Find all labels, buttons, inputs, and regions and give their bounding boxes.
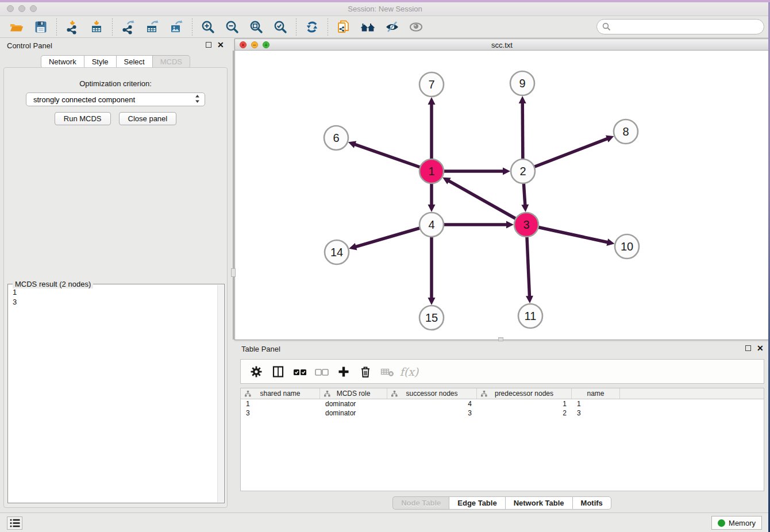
node-table[interactable]: shared nameMCDS rolesuccessor nodesprede… [240, 388, 764, 491]
select-all-rows-button[interactable] [290, 363, 310, 380]
graph-edge-4-14[interactable] [349, 225, 432, 250]
delete-column-button[interactable] [356, 363, 375, 380]
cell-shared-name[interactable]: 3 [241, 408, 320, 418]
float-panel-icon[interactable] [206, 42, 211, 48]
save-session-button[interactable] [30, 18, 51, 36]
cell-successor-nodes[interactable]: 4 [387, 399, 477, 408]
graph-node-4[interactable]: 4 [419, 213, 444, 237]
zoom-fit-button[interactable] [246, 18, 267, 36]
tab-mcds[interactable]: MCDS [152, 55, 190, 68]
graph-edge-3-10[interactable] [526, 225, 615, 246]
graph-node-9[interactable]: 9 [510, 71, 534, 95]
search-input[interactable] [614, 22, 759, 31]
refresh-button[interactable] [302, 18, 322, 36]
cell-shared-name[interactable]: 1 [241, 399, 320, 408]
memory-button[interactable]: Memory [711, 516, 762, 530]
import-table-button[interactable] [86, 18, 107, 36]
cell-predecessor-nodes[interactable]: 1 [477, 399, 572, 408]
tab-motifs[interactable]: Motifs [572, 496, 611, 510]
delete-table-button[interactable] [378, 363, 397, 380]
search-box[interactable] [596, 19, 764, 34]
svg-text:10: 10 [621, 240, 633, 253]
table-row[interactable]: 3dominator323 [241, 408, 764, 418]
cell-MCDS-role[interactable]: dominator [320, 399, 387, 408]
zoom-selected-icon [273, 20, 288, 34]
graph-node-2[interactable]: 2 [511, 159, 535, 183]
column-label: successor nodes [406, 390, 457, 398]
import-network-button[interactable] [62, 18, 83, 36]
criterion-dropdown[interactable]: strongly connected component [26, 92, 205, 106]
function-builder-button[interactable]: f(x) [399, 363, 419, 380]
graph-node-1[interactable]: 1 [419, 159, 444, 183]
graph-node-3[interactable]: 3 [514, 213, 538, 237]
tab-edge-table[interactable]: Edge Table [449, 496, 505, 510]
tab-node-table[interactable]: Node Table [392, 496, 449, 510]
network-vertical-scroll-thumb[interactable] [231, 268, 236, 277]
graph-edge-1-6[interactable] [348, 141, 432, 171]
toolbar-separator [192, 18, 192, 36]
column-header-successor-nodes[interactable]: successor nodes [387, 388, 477, 399]
export-image-button[interactable] [166, 18, 187, 36]
tab-network-table[interactable]: Network Table [505, 496, 572, 510]
zoom-out-button[interactable] [222, 18, 242, 36]
zoom-in-button[interactable] [198, 18, 218, 36]
graph-edge-2-8[interactable] [523, 136, 614, 171]
table-settings-button[interactable] [247, 363, 266, 380]
control-panel-title: Control Panel [7, 41, 52, 50]
graph-node-11[interactable]: 11 [518, 304, 542, 328]
cell-predecessor-nodes[interactable]: 2 [477, 408, 572, 418]
checked-boxes-icon [292, 365, 307, 379]
column-header-shared-name[interactable]: shared name [241, 388, 320, 399]
graph-node-6[interactable]: 6 [324, 126, 348, 150]
run-mcds-button[interactable]: Run MCDS [55, 112, 111, 125]
graph-edge-3-1[interactable] [442, 178, 526, 225]
clone-network-button[interactable] [333, 18, 354, 36]
create-column-button[interactable] [334, 363, 353, 380]
titlebar: Session: New Session [0, 2, 770, 16]
open-folder-icon [9, 20, 24, 34]
cell-MCDS-role[interactable]: dominator [320, 408, 387, 418]
close-panel-button[interactable]: Close panel [119, 112, 177, 125]
graph-node-7[interactable]: 7 [419, 72, 444, 97]
graph-node-15[interactable]: 15 [419, 306, 444, 330]
open-session-button[interactable] [6, 18, 27, 36]
column-header-MCDS-role[interactable]: MCDS role [320, 388, 387, 399]
show-column-button[interactable] [268, 363, 288, 380]
graph-node-10[interactable]: 10 [615, 234, 639, 259]
first-neighbors-button[interactable] [357, 18, 378, 36]
float-table-panel-icon[interactable] [745, 345, 751, 351]
tab-select[interactable]: Select [116, 55, 152, 68]
tab-network[interactable]: Network [41, 55, 84, 68]
export-table-button[interactable] [142, 18, 163, 36]
graph-node-8[interactable]: 8 [614, 119, 638, 144]
graph-node-14[interactable]: 14 [325, 240, 349, 264]
network-horizontal-scroll-thumb[interactable] [498, 337, 503, 341]
mcds-panel: Optimization criterion: strongly connect… [3, 67, 228, 508]
network-window-titlebar[interactable]: × − + scc.txt [235, 39, 769, 51]
deselect-all-rows-button[interactable] [312, 363, 332, 380]
network-vertical-scrollbar[interactable] [233, 51, 234, 340]
zoom-fit-icon [249, 20, 264, 34]
cell-successor-nodes[interactable]: 3 [387, 408, 477, 418]
refresh-icon [305, 20, 319, 34]
zoom-selected-button[interactable] [270, 18, 291, 36]
column-header-name[interactable]: name [572, 388, 620, 399]
toolbar-separator [56, 18, 57, 36]
svg-text:1: 1 [428, 165, 434, 178]
table-row[interactable]: 1dominator411 [241, 399, 764, 408]
close-panel-icon[interactable]: ✕ [217, 42, 224, 48]
cell-name[interactable]: 3 [572, 408, 620, 418]
export-network-button[interactable] [118, 18, 138, 36]
hide-selected-button[interactable] [382, 18, 402, 36]
memory-status-icon [718, 519, 725, 527]
close-table-panel-icon[interactable]: ✕ [757, 345, 764, 351]
hierarchy-icon [324, 391, 330, 399]
column-header-predecessor-nodes[interactable]: predecessor nodes [477, 388, 572, 399]
cell-name[interactable]: 1 [572, 399, 620, 408]
mcds-result-text[interactable]: 1 3 [9, 286, 217, 502]
result-scrollbar[interactable] [217, 285, 224, 502]
show-all-button[interactable] [406, 18, 426, 36]
tab-style[interactable]: Style [84, 55, 116, 68]
task-history-button[interactable] [7, 516, 22, 530]
network-canvas[interactable]: 7968124314101511 [235, 51, 769, 340]
